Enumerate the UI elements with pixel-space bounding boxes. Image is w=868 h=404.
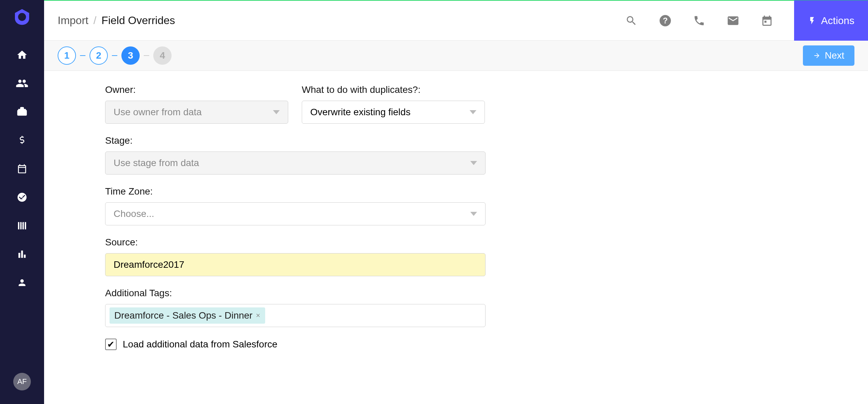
help-button[interactable]: ? <box>658 14 672 27</box>
breadcrumb-separator: / <box>94 14 97 26</box>
step-3-active: 3 <box>121 46 140 65</box>
owner-label: Owner: <box>105 84 288 95</box>
more-dots-icon[interactable]: ⋮ <box>19 222 25 229</box>
briefcase-icon <box>16 106 28 118</box>
svg-text:?: ? <box>663 16 667 25</box>
stage-label: Stage: <box>105 135 486 146</box>
calendar-button[interactable] <box>760 14 774 27</box>
check-icon: ✔ <box>107 339 115 350</box>
nav-library[interactable]: ⋮ <box>15 218 29 233</box>
actions-button-label: Actions <box>821 15 854 26</box>
step-separator <box>144 55 149 56</box>
stage-select-value: Use stage from data <box>114 158 199 168</box>
tags-label: Additional Tags: <box>105 288 486 299</box>
next-button[interactable]: Next <box>803 45 854 66</box>
owner-select[interactable]: Use owner from data <box>105 101 288 124</box>
chevron-down-icon <box>470 212 477 216</box>
step-separator <box>80 55 85 56</box>
svg-point-0 <box>18 13 26 21</box>
people-icon <box>16 77 28 90</box>
nav-briefcase[interactable] <box>15 104 29 119</box>
breadcrumb: Import / Field Overrides <box>58 14 175 27</box>
next-button-label: Next <box>825 50 844 61</box>
nav-tasks[interactable]: ⋮ <box>15 190 29 205</box>
mail-icon <box>727 14 739 27</box>
calendar-grid-icon <box>761 15 773 27</box>
salesforce-checkbox[interactable]: ✔ <box>105 339 117 350</box>
step-2[interactable]: 2 <box>90 46 108 65</box>
nav-profile[interactable] <box>15 275 29 290</box>
phone-icon <box>693 15 705 27</box>
bar-chart-icon <box>17 249 27 260</box>
mail-button[interactable] <box>726 14 740 27</box>
stage-select[interactable]: Use stage from data <box>105 152 486 175</box>
step-separator <box>112 55 117 56</box>
dollar-icon <box>17 135 27 146</box>
step-1[interactable]: 1 <box>58 46 76 65</box>
sidebar: ⋮ ⋮ AF <box>0 0 44 404</box>
help-icon: ? <box>658 14 672 27</box>
search-button[interactable] <box>625 14 638 27</box>
step-indicator: 1 2 3 4 <box>58 46 172 65</box>
nav-reports[interactable] <box>15 247 29 262</box>
home-icon <box>16 49 28 61</box>
search-icon <box>625 15 637 27</box>
main-content: Import / Field Overrides ? Actions <box>44 0 868 404</box>
source-input[interactable] <box>105 253 486 276</box>
step-4-disabled: 4 <box>153 46 172 65</box>
tag-label: Dreamforce - Sales Ops - Dinner <box>114 310 253 321</box>
actions-button[interactable]: Actions <box>794 0 868 41</box>
more-dots-icon[interactable]: ⋮ <box>19 194 25 201</box>
tag-chip: Dreamforce - Sales Ops - Dinner × <box>110 307 265 324</box>
steps-bar: 1 2 3 4 Next <box>44 41 868 71</box>
duplicates-select-value: Overwrite existing fields <box>310 107 411 118</box>
user-avatar[interactable]: AF <box>13 373 31 390</box>
nav-home[interactable] <box>15 47 29 62</box>
salesforce-checkbox-row: ✔ Load additional data from Salesforce <box>105 339 807 350</box>
timezone-select[interactable]: Choose... <box>105 202 486 225</box>
topbar-icons: ? Actions <box>625 0 854 41</box>
tags-input[interactable]: Dreamforce - Sales Ops - Dinner × <box>105 304 486 327</box>
breadcrumb-current: Field Overrides <box>101 14 175 26</box>
timezone-label: Time Zone: <box>105 186 486 197</box>
duplicates-label: What to do with duplicates?: <box>302 84 485 95</box>
salesforce-checkbox-label: Load additional data from Salesforce <box>123 339 277 350</box>
nav-calendar[interactable] <box>15 161 29 176</box>
chevron-down-icon <box>273 110 280 114</box>
timezone-select-value: Choose... <box>114 208 154 219</box>
owner-select-value: Use owner from data <box>114 107 202 118</box>
nav-people[interactable] <box>15 76 29 91</box>
form-area: Owner: Use owner from data What to do wi… <box>44 71 868 404</box>
breadcrumb-parent[interactable]: Import <box>58 14 88 26</box>
nav-dollar[interactable] <box>15 133 29 148</box>
calendar-icon <box>17 163 27 174</box>
topbar: Import / Field Overrides ? Actions <box>44 0 868 41</box>
chevron-down-icon <box>470 110 476 114</box>
app-logo[interactable] <box>12 7 32 27</box>
phone-button[interactable] <box>692 14 706 27</box>
lightning-icon <box>808 16 816 25</box>
person-icon <box>17 278 27 288</box>
duplicates-select[interactable]: Overwrite existing fields <box>302 101 485 124</box>
chevron-down-icon <box>470 161 477 165</box>
tag-remove-icon[interactable]: × <box>256 311 260 320</box>
arrow-right-icon <box>813 52 821 59</box>
source-label: Source: <box>105 237 486 248</box>
